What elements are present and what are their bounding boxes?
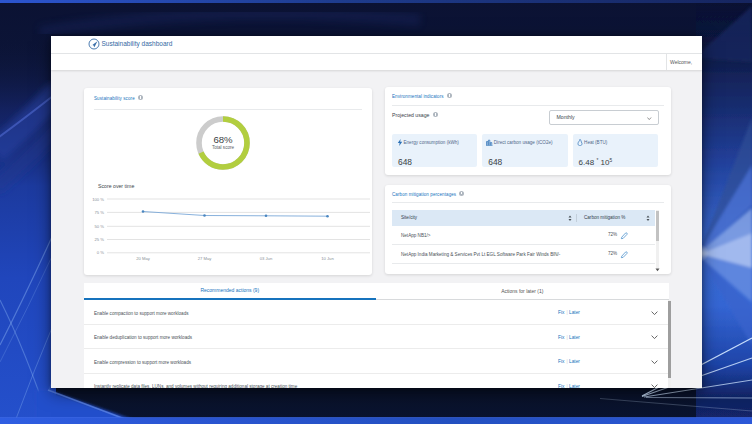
svg-text:03 Jun: 03 Jun xyxy=(260,256,273,261)
svg-text:50 %: 50 % xyxy=(94,224,104,229)
svg-text:20 May: 20 May xyxy=(136,256,151,261)
svg-text:100 %: 100 % xyxy=(92,197,104,202)
svg-text:75 %: 75 % xyxy=(94,210,104,215)
svg-text:25 %: 25 % xyxy=(94,237,104,242)
svg-text:0 %: 0 % xyxy=(97,250,104,255)
svg-text:10 Jun: 10 Jun xyxy=(321,256,334,261)
svg-text:27 May: 27 May xyxy=(198,256,213,261)
